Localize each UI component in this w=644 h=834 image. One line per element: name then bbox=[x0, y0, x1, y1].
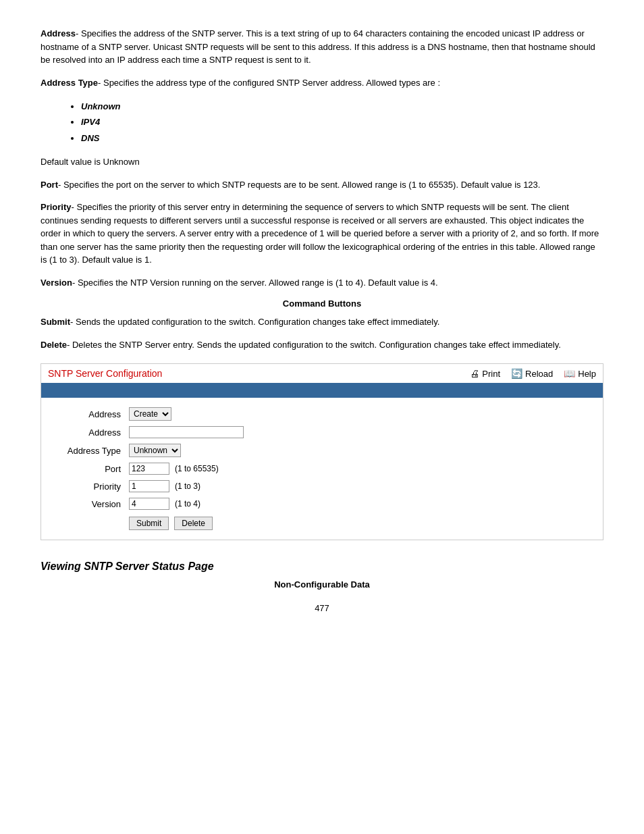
help-label: Help bbox=[578, 369, 596, 379]
priority-form-label: Priority bbox=[55, 481, 129, 492]
address-input-group bbox=[129, 426, 244, 438]
default-value-text: Default value is Unknown bbox=[41, 155, 603, 169]
address-type-form-label: Address Type bbox=[55, 446, 129, 456]
address-section: Address- Specifies the address of the SN… bbox=[41, 27, 603, 67]
print-icon bbox=[470, 368, 479, 379]
priority-range-hint: (1 to 3) bbox=[175, 481, 200, 491]
list-item: IPV4 bbox=[81, 114, 603, 130]
priority-label: Priority bbox=[41, 202, 72, 212]
address-type-list: Unknown IPV4 DNS bbox=[81, 99, 603, 146]
port-input[interactable] bbox=[129, 463, 169, 475]
priority-input[interactable] bbox=[129, 480, 169, 492]
address-type-text: - Specifies the address type of the conf… bbox=[98, 78, 440, 88]
sntp-form-area: Address Create Address Address Type bbox=[41, 398, 603, 540]
version-text: - Specifies the NTP Version running on t… bbox=[72, 278, 438, 288]
page-number: 477 bbox=[41, 603, 603, 613]
port-group: (1 to 65535) bbox=[129, 463, 219, 475]
delete-section: Delete- Deletes the SNTP Server entry. S… bbox=[41, 338, 603, 352]
version-group: (1 to 4) bbox=[129, 498, 200, 510]
form-row-priority: Priority (1 to 3) bbox=[55, 480, 589, 492]
print-action[interactable]: Print bbox=[470, 368, 500, 379]
form-row-address-input: Address bbox=[55, 426, 589, 438]
submit-button[interactable]: Submit bbox=[129, 517, 169, 530]
version-section: Version- Specifies the NTP Version runni… bbox=[41, 276, 603, 290]
port-range-hint: (1 to 65535) bbox=[175, 464, 219, 473]
sntp-panel-title: SNTP Server Configuration bbox=[48, 368, 162, 379]
help-icon bbox=[564, 368, 575, 379]
reload-icon bbox=[511, 368, 522, 379]
sntp-panel: SNTP Server Configuration Print Reload H… bbox=[41, 363, 603, 540]
priority-group: (1 to 3) bbox=[129, 480, 200, 492]
form-row-address-type: Address Type Unknown bbox=[55, 444, 589, 457]
list-item: Unknown bbox=[81, 99, 603, 114]
reload-label: Reload bbox=[525, 369, 553, 379]
priority-section: Priority- Specifies the priority of this… bbox=[41, 201, 603, 267]
version-range-hint: (1 to 4) bbox=[175, 499, 200, 509]
list-item: DNS bbox=[81, 130, 603, 146]
version-input[interactable] bbox=[129, 498, 169, 510]
address-type-group: Unknown bbox=[129, 444, 181, 457]
port-label: Port bbox=[41, 180, 58, 190]
sntp-blue-bar bbox=[41, 383, 603, 398]
delete-button[interactable]: Delete bbox=[174, 517, 213, 530]
address-text: - Specifies the address of the SNTP serv… bbox=[41, 28, 595, 65]
submit-label: Submit bbox=[41, 317, 70, 327]
submit-section: Submit- Sends the updated configuration … bbox=[41, 315, 603, 329]
priority-text: - Specifies the priority of this server … bbox=[41, 202, 599, 265]
submit-text: - Sends the updated configuration to the… bbox=[70, 317, 439, 327]
address-select-label: Address bbox=[55, 409, 129, 419]
version-label: Version bbox=[41, 278, 72, 288]
delete-text: - Deletes the SNTP Server entry. Sends t… bbox=[67, 340, 561, 350]
address-input[interactable] bbox=[129, 426, 244, 438]
address-input-label: Address bbox=[55, 427, 129, 438]
form-buttons: Submit Delete bbox=[129, 517, 589, 530]
form-row-port: Port (1 to 65535) bbox=[55, 463, 589, 475]
page-container: Address- Specifies the address of the SN… bbox=[0, 0, 644, 640]
address-select-group: Create bbox=[129, 407, 171, 421]
port-section: Port- Specifies the port on the server t… bbox=[41, 178, 603, 192]
non-config-heading: Non-Configurable Data bbox=[41, 579, 603, 590]
print-label: Print bbox=[482, 369, 500, 379]
address-type-select[interactable]: Unknown bbox=[129, 444, 181, 457]
address-select[interactable]: Create bbox=[129, 407, 171, 421]
reload-action[interactable]: Reload bbox=[511, 368, 553, 379]
help-action[interactable]: Help bbox=[564, 368, 596, 379]
address-type-section: Address Type- Specifies the address type… bbox=[41, 76, 603, 90]
port-text: - Specifies the port on the server to wh… bbox=[58, 180, 540, 190]
address-type-label: Address Type bbox=[41, 78, 98, 88]
version-form-label: Version bbox=[55, 499, 129, 509]
delete-label: Delete bbox=[41, 340, 67, 350]
port-form-label: Port bbox=[55, 464, 129, 474]
sntp-panel-actions: Print Reload Help bbox=[470, 368, 596, 379]
sntp-panel-header: SNTP Server Configuration Print Reload H… bbox=[41, 364, 603, 383]
form-row-address-select: Address Create bbox=[55, 407, 589, 421]
form-row-version: Version (1 to 4) bbox=[55, 498, 589, 510]
command-buttons-heading: Command Buttons bbox=[41, 298, 603, 309]
address-label: Address bbox=[41, 28, 76, 38]
viewing-title: Viewing SNTP Server Status Page bbox=[41, 561, 603, 573]
